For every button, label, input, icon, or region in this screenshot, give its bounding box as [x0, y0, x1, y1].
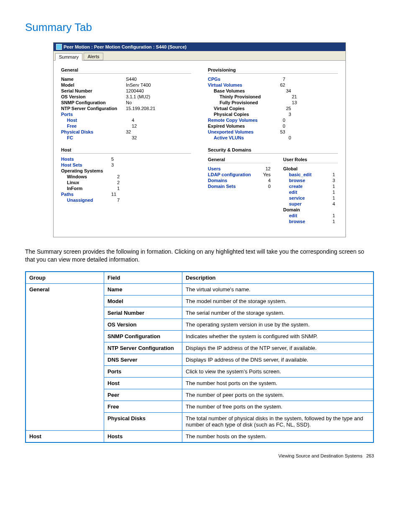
inform-value: 1	[117, 186, 191, 191]
provisioning-heading: Provisioning	[208, 67, 338, 74]
windows-label: Windows	[61, 174, 117, 179]
full-label: Fully Provisioned	[208, 100, 284, 105]
field-dns: DNS Server	[104, 354, 182, 365]
physical-disks-value: 32	[126, 129, 191, 134]
general-heading: General	[61, 67, 191, 74]
ports-host-link[interactable]: Host	[61, 118, 132, 123]
hosts-link[interactable]: Hosts	[61, 157, 111, 162]
field-hosts: Hosts	[104, 430, 182, 442]
desc-serial: The serial number of the storage system.	[182, 307, 374, 319]
field-ntp: NTP Server Configuration	[104, 342, 182, 354]
super-value: 4	[322, 201, 335, 206]
domain-edit-link[interactable]: edit	[283, 213, 322, 218]
fc-link[interactable]: FC	[61, 135, 132, 140]
cpgs-link[interactable]: CPGs	[208, 77, 273, 82]
vv-value: 62	[273, 82, 285, 87]
desc-hosts: The number hosts on the system.	[182, 430, 374, 442]
tabstrip: Summary Alerts	[54, 51, 345, 61]
ntp-label: NTP Server Configuration	[61, 106, 126, 111]
ports-free-value: 12	[132, 123, 191, 129]
super-link[interactable]: super	[283, 201, 322, 206]
model-label: Model	[61, 82, 126, 87]
ports-host-value: 4	[132, 118, 191, 123]
desc-free: The number of free ports on the system.	[182, 401, 374, 412]
ldap-link[interactable]: LDAP configuration	[208, 172, 258, 177]
serial-label: Serial Number	[61, 88, 126, 93]
linux-label: Linux	[61, 180, 117, 185]
desc-host: The number host ports on the system.	[182, 377, 374, 389]
edit-link[interactable]: edit	[283, 190, 322, 195]
field-host: Host	[104, 377, 182, 389]
unexp-value: 53	[273, 129, 285, 134]
os-heading: Operating Systems	[61, 168, 111, 173]
name-label: Name	[61, 77, 126, 82]
desc-model: The model number of the storage system.	[182, 295, 374, 307]
model-value: InServ T400	[126, 82, 191, 87]
cpgs-value: 7	[273, 77, 285, 82]
paths-link[interactable]: Paths	[61, 192, 111, 197]
physical-disks-link[interactable]: Physical Disks	[61, 129, 126, 134]
name-value: S440	[126, 77, 191, 82]
rc-link[interactable]: Remote Copy Volumes	[208, 118, 273, 123]
edit-value: 1	[322, 190, 335, 195]
os-label: OS Version	[61, 94, 126, 99]
full-value: 13	[284, 100, 297, 105]
thin-value: 21	[284, 94, 297, 99]
vlun-link[interactable]: Active VLUNs	[208, 135, 279, 140]
base-value: 34	[279, 88, 291, 93]
domain-edit-value: 1	[322, 213, 335, 218]
domain-label: Domain	[283, 207, 317, 212]
basic-edit-value: 1	[322, 172, 335, 177]
base-label: Base Volumes	[208, 88, 279, 93]
fields-table: Group Field Description General Name The…	[25, 271, 374, 443]
security-heading: Security & Domains	[208, 146, 338, 154]
tab-alerts[interactable]: Alerts	[84, 53, 103, 60]
create-link[interactable]: create	[283, 184, 322, 189]
footer-text: Viewing Source and Destination Systems	[279, 453, 363, 458]
fc-value: 32	[132, 135, 191, 140]
field-pd: Physical Disks	[104, 412, 182, 430]
vcopy-label: Virtual Copies	[208, 106, 279, 111]
domainsets-link[interactable]: Domain Sets	[208, 184, 258, 189]
browse-link[interactable]: browse	[283, 178, 322, 183]
basic-edit-link[interactable]: basic_edit	[283, 172, 322, 177]
unassigned-link[interactable]: Unassigned	[61, 198, 117, 203]
snmp-value: No	[126, 100, 191, 105]
serial-value: 1200440	[126, 88, 191, 93]
desc-peer: The number of peer ports on the system.	[182, 389, 374, 401]
sec-general-heading: General	[208, 156, 271, 163]
users-link[interactable]: Users	[208, 166, 258, 171]
ntp-value: 15.199.208.21	[126, 106, 191, 111]
field-ports: Ports	[104, 365, 182, 377]
table-row: Host Hosts The number hosts on the syste…	[26, 430, 373, 442]
windows-value: 2	[117, 174, 191, 179]
tab-summary[interactable]: Summary	[55, 53, 82, 61]
ports-free-link[interactable]: Free	[61, 123, 132, 129]
ldap-value: Yes	[258, 172, 271, 177]
unassigned-value: 7	[117, 198, 191, 203]
app-icon	[56, 44, 62, 50]
domains-link[interactable]: Domains	[208, 178, 258, 183]
table-row: General Name The virtual volume's name.	[26, 283, 373, 295]
vv-link[interactable]: Virtual Volumes	[208, 82, 273, 87]
unexp-link[interactable]: Unexported Volumes	[208, 129, 273, 134]
field-snmp: SNMP Configuration	[104, 330, 182, 342]
window-title: Peer Motion : Peer Motion Configuration …	[64, 44, 187, 49]
domain-browse-value: 1	[322, 219, 335, 224]
service-link[interactable]: service	[283, 195, 322, 200]
service-value: 1	[322, 195, 335, 200]
ports-link[interactable]: Ports	[61, 112, 126, 117]
paths-value: 11	[111, 192, 191, 197]
users-value: 12	[258, 166, 271, 171]
hosts-value: 5	[111, 157, 191, 162]
field-serial: Serial Number	[104, 307, 182, 319]
hostsets-link[interactable]: Host Sets	[61, 162, 111, 167]
linux-value: 2	[117, 180, 191, 185]
exp-label: Expired Volumes	[208, 123, 273, 129]
domain-browse-link[interactable]: browse	[283, 219, 322, 224]
domains-value: 4	[258, 178, 271, 183]
thin-label: Thinly Provisioned	[208, 94, 284, 99]
footer-page: 263	[366, 453, 374, 458]
description-text: The Summary screen provides the followin…	[25, 248, 374, 264]
field-model: Model	[104, 295, 182, 307]
